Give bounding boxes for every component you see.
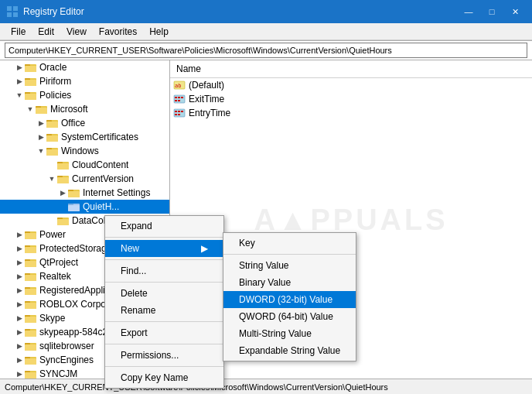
sub-expandable-value[interactable]: Expandable String Value — [223, 342, 356, 359]
svg-rect-6 — [25, 66, 36, 72]
label-oracle: Oracle — [39, 62, 66, 73]
tree-item-office[interactable]: ▶ Office — [0, 116, 169, 130]
tree-item-quiethours[interactable]: QuietH... — [0, 200, 169, 214]
label-skype: Skype — [39, 313, 65, 324]
tree-item-windows[interactable]: ▼ Windows — [0, 144, 169, 158]
label-realtek: Realtek — [39, 271, 71, 282]
expander-currentversion: ▼ — [46, 173, 57, 184]
svg-rect-27 — [57, 163, 69, 170]
sub-string-value[interactable]: String Value — [223, 257, 356, 274]
menu-file[interactable]: File — [5, 25, 32, 39]
label-systemcerts: SystemCertificates — [61, 132, 138, 142]
ctx-new[interactable]: New ▶ — [105, 240, 223, 257]
svg-rect-83 — [178, 111, 180, 112]
ctx-find[interactable]: Find... — [105, 262, 223, 279]
right-pane-header: Name — [170, 60, 532, 78]
label-quiethours: QuietH... — [83, 201, 119, 212]
label-internetsettings: Internet Settings — [83, 187, 150, 198]
svg-rect-76 — [175, 97, 177, 98]
menu-help[interactable]: Help — [143, 25, 175, 39]
tree-item-cloudcontent[interactable]: CloudContent — [0, 158, 169, 172]
entry-default[interactable]: ab (Default) — [170, 78, 532, 92]
label-microsoft: Microsoft — [50, 104, 88, 115]
ctx-permissions[interactable]: Permissions... — [105, 347, 223, 364]
tree-item-piriform[interactable]: ▶ Piriform — [0, 74, 169, 88]
label-policies: Policies — [39, 90, 71, 101]
svg-rect-0 — [7, 6, 12, 11]
tree-item-systemcerts[interactable]: ▶ SystemCertificates — [0, 130, 169, 144]
ctx-sep1 — [105, 237, 223, 238]
menu-edit[interactable]: Edit — [32, 25, 60, 39]
ctx-export[interactable]: Export — [105, 324, 223, 341]
svg-rect-42 — [25, 233, 36, 239]
close-button[interactable]: ✕ — [504, 3, 526, 20]
svg-rect-18 — [46, 122, 58, 128]
svg-rect-21 — [46, 135, 58, 142]
expander-microsoft: ▼ — [25, 104, 36, 115]
expander-syncjm: ▶ — [14, 368, 25, 379]
address-input[interactable] — [5, 43, 527, 58]
svg-rect-78 — [181, 97, 183, 98]
expander-internetsettings: ▶ — [57, 187, 68, 198]
ctx-rename[interactable]: Rename — [105, 302, 223, 319]
expander-oracle: ▶ — [14, 62, 25, 73]
svg-rect-48 — [25, 261, 36, 267]
label-cloudcontent: CloudContent — [72, 159, 128, 170]
ctx-copykey[interactable]: Copy Key Name — [105, 369, 223, 386]
expander-policies: ▼ — [14, 90, 25, 101]
submenu: Key String Value Binary Value DWORD (32-… — [223, 232, 356, 361]
tree-item-oracle[interactable]: ▶ Oracle — [0, 60, 169, 74]
maximize-button[interactable]: □ — [481, 3, 503, 20]
sub-qword-value[interactable]: QWORD (64-bit) Value — [223, 308, 356, 325]
context-menu: Expand New ▶ Find... Delete Rename Expor… — [104, 215, 224, 389]
expander-office: ▶ — [36, 118, 46, 128]
svg-rect-80 — [178, 100, 180, 101]
menu-favorites[interactable]: Favorites — [93, 25, 143, 39]
svg-rect-86 — [178, 114, 180, 115]
sub-key[interactable]: Key — [223, 235, 356, 252]
label-windows: Windows — [61, 146, 99, 156]
ctx-sep6 — [105, 366, 223, 367]
sub-sep1 — [223, 254, 356, 255]
svg-rect-39 — [57, 219, 69, 225]
expander-windows: ▼ — [36, 146, 46, 156]
sub-dword-value[interactable]: DWORD (32-bit) Value — [223, 291, 356, 308]
minimize-button[interactable]: — — [458, 3, 479, 20]
svg-rect-36 — [68, 205, 80, 211]
expander-protectedstorage: ▶ — [14, 243, 25, 254]
label-syncengines: SyncEngines — [39, 355, 94, 365]
ctx-sep2 — [105, 259, 223, 260]
menu-bar: File Edit View Favorites Help — [0, 23, 532, 40]
expander-sqlitebrowser: ▶ — [14, 341, 25, 351]
svg-rect-77 — [178, 97, 180, 98]
expander-skype: ▶ — [14, 313, 25, 324]
svg-rect-45 — [25, 247, 36, 253]
ctx-expand[interactable]: Expand — [105, 218, 223, 235]
expander-roblox: ▶ — [14, 299, 25, 310]
sub-multistring-value[interactable]: Multi-String Value — [223, 325, 356, 342]
app-icon — [6, 5, 19, 18]
expander-cloudcontent — [46, 159, 57, 170]
tree-item-policies[interactable]: ▼ Policies — [0, 88, 169, 102]
svg-rect-82 — [175, 111, 177, 112]
entry-entrytime[interactable]: EntryTime — [170, 106, 532, 120]
tree-item-microsoft[interactable]: ▼ Microsoft — [0, 102, 169, 116]
ctx-delete[interactable]: Delete — [105, 285, 223, 302]
svg-rect-24 — [46, 149, 58, 156]
col-name: Name — [170, 62, 207, 76]
tree-item-internetsettings[interactable]: ▶ Internet Settings — [0, 186, 169, 200]
label-piriform: Piriform — [39, 76, 71, 87]
svg-rect-85 — [175, 114, 177, 115]
tree-item-currentversion[interactable]: ▼ CurrentVersion — [0, 172, 169, 186]
expander-syncengines: ▶ — [14, 355, 25, 365]
expander-registeredapps: ▶ — [14, 285, 25, 296]
entry-exittime[interactable]: ExitTime — [170, 92, 532, 106]
menu-view[interactable]: View — [60, 25, 93, 39]
sub-binary-value[interactable]: Binary Value — [223, 274, 356, 291]
ctx-sep4 — [105, 321, 223, 322]
expander-systemcerts: ▶ — [36, 132, 46, 142]
svg-rect-60 — [25, 317, 36, 323]
label-office: Office — [61, 118, 85, 128]
expander-datacollection — [46, 215, 57, 226]
label-power: Power — [39, 229, 66, 240]
